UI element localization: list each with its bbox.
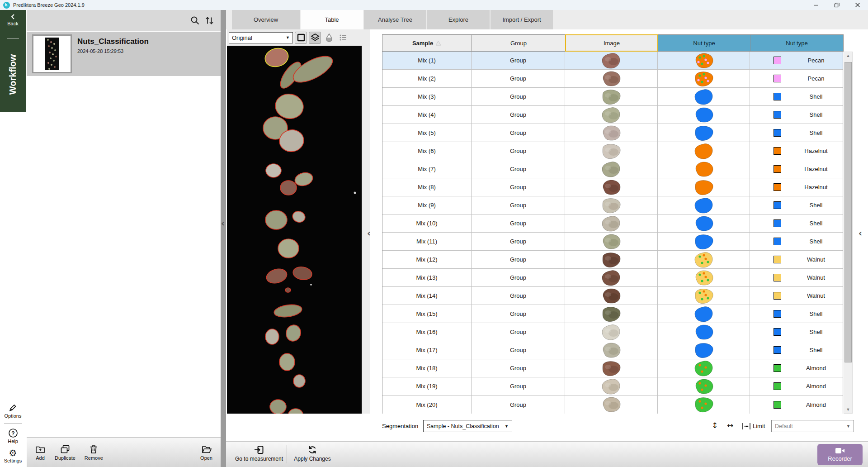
sample-cell[interactable]: Mix (9) <box>382 196 472 214</box>
restore-button[interactable] <box>826 0 847 10</box>
nut-type-cell[interactable]: Pecan <box>750 70 843 88</box>
help-button[interactable]: ? Help <box>8 428 18 444</box>
table-row[interactable]: Mix (7)GroupHazelnut <box>382 160 843 178</box>
image-cell[interactable] <box>565 106 658 124</box>
nut-type-cell[interactable]: Almond <box>750 377 843 396</box>
nut-type-image-cell[interactable] <box>658 142 750 160</box>
tab-import-export[interactable]: Import / Export <box>491 10 553 29</box>
sample-cell[interactable]: Mix (2) <box>382 70 472 88</box>
close-button[interactable] <box>847 0 868 10</box>
tab-explore[interactable]: Explore <box>427 10 490 29</box>
layers-tool-button[interactable] <box>309 32 321 44</box>
sample-cell[interactable]: Mix (19) <box>382 377 472 396</box>
group-cell[interactable]: Group <box>472 106 565 124</box>
nut-type-image-cell[interactable] <box>658 396 750 414</box>
image-cell[interactable] <box>565 52 658 70</box>
group-cell[interactable]: Group <box>472 124 565 142</box>
image-cell[interactable] <box>565 323 658 341</box>
nut-type-image-cell[interactable] <box>658 178 750 196</box>
collapse-right-icon[interactable]: ‹ <box>859 228 862 238</box>
group-cell[interactable]: Group <box>472 160 565 178</box>
duplicate-button[interactable]: Duplicate <box>55 444 75 461</box>
group-cell[interactable]: Group <box>472 377 565 396</box>
column-header-nut-type[interactable]: Nut type <box>750 34 844 52</box>
group-cell[interactable]: Group <box>472 396 565 414</box>
nut-type-cell[interactable]: Shell <box>750 196 843 214</box>
settings-button[interactable]: ⚙ Settings <box>4 448 22 463</box>
image-cell[interactable] <box>565 396 658 414</box>
minimize-button[interactable] <box>806 0 826 10</box>
table-row[interactable]: Mix (8)GroupHazelnut <box>382 178 843 196</box>
nut-type-cell[interactable]: Shell <box>750 233 843 251</box>
sample-cell[interactable]: Mix (7) <box>382 160 472 178</box>
group-cell[interactable]: Group <box>472 287 565 305</box>
table-row[interactable]: Mix (3)GroupShell <box>382 88 843 106</box>
nut-type-cell[interactable]: Walnut <box>750 287 843 305</box>
group-cell[interactable]: Group <box>472 323 565 341</box>
nut-type-image-cell[interactable] <box>658 251 750 269</box>
column-header-group[interactable]: Group <box>472 34 566 52</box>
nut-type-image-cell[interactable] <box>658 341 750 359</box>
tab-overview[interactable]: Overview <box>232 10 300 29</box>
sample-cell[interactable]: Mix (1) <box>382 52 472 70</box>
group-cell[interactable]: Group <box>472 305 565 323</box>
sample-cell[interactable]: Mix (15) <box>382 305 472 323</box>
group-cell[interactable]: Group <box>472 341 565 359</box>
nut-type-image-cell[interactable] <box>658 287 750 305</box>
nut-type-image-cell[interactable] <box>658 359 750 377</box>
nut-type-cell[interactable]: Pecan <box>750 52 843 70</box>
nut-type-image-cell[interactable] <box>658 70 750 88</box>
nut-type-cell[interactable]: Hazelnut <box>750 142 843 160</box>
sample-cell[interactable]: Mix (16) <box>382 323 472 341</box>
limit-select[interactable]: Default ▼ <box>771 420 854 432</box>
table-row[interactable]: Mix (5)GroupShell <box>382 124 843 142</box>
table-scrollbar[interactable]: ▲ ▼ <box>844 52 853 414</box>
segmentation-select[interactable]: Sample - Nuts_Classification ▼ <box>423 420 512 432</box>
nut-type-cell[interactable]: Shell <box>750 124 843 142</box>
tab-table[interactable]: Table <box>301 10 363 29</box>
remove-button[interactable]: Remove <box>85 444 103 461</box>
recorder-button[interactable]: Recorder <box>817 444 863 465</box>
collapse-viewer-icon[interactable]: ‹ <box>367 228 371 238</box>
nut-type-image-cell[interactable] <box>658 377 750 396</box>
image-cell[interactable] <box>565 124 658 142</box>
column-header-sample[interactable]: Sample <box>382 34 472 52</box>
table-row[interactable]: Mix (10)GroupShell <box>382 214 843 233</box>
nut-type-cell[interactable]: Almond <box>750 396 843 414</box>
nut-type-cell[interactable]: Shell <box>750 323 843 341</box>
table-row[interactable]: Mix (17)GroupShell <box>382 341 843 359</box>
back-button[interactable]: Back <box>0 14 26 26</box>
group-cell[interactable]: Group <box>472 269 565 287</box>
group-cell[interactable]: Group <box>472 52 565 70</box>
image-cell[interactable] <box>565 88 658 106</box>
nut-type-cell[interactable]: Walnut <box>750 269 843 287</box>
hyperspectral-image-view[interactable] <box>227 46 362 424</box>
image-cell[interactable] <box>565 214 658 233</box>
image-cell[interactable] <box>565 341 658 359</box>
group-cell[interactable]: Group <box>472 214 565 233</box>
nut-type-image-cell[interactable] <box>658 196 750 214</box>
table-row[interactable]: Mix (19)GroupAlmond <box>382 377 843 396</box>
table-row[interactable]: Mix (9)GroupShell <box>382 196 843 214</box>
sample-cell[interactable]: Mix (5) <box>382 124 472 142</box>
image-cell[interactable] <box>565 359 658 377</box>
group-cell[interactable]: Group <box>472 233 565 251</box>
sort-icon[interactable] <box>204 15 214 25</box>
layer-select[interactable]: Original ▼ <box>229 32 293 43</box>
table-row[interactable]: Mix (11)GroupShell <box>382 233 843 251</box>
search-icon[interactable] <box>190 15 200 25</box>
group-cell[interactable]: Group <box>472 70 565 88</box>
sample-cell[interactable]: Mix (20) <box>382 396 472 414</box>
tab-analyse-tree[interactable]: Analyse Tree <box>364 10 426 29</box>
group-cell[interactable]: Group <box>472 178 565 196</box>
scrollbar-thumb[interactable] <box>844 62 852 362</box>
project-list-item[interactable]: Nuts_Classification 2024-05-28 15:29:53 <box>27 32 221 76</box>
options-button[interactable]: Options <box>5 403 22 419</box>
table-row[interactable]: Mix (20)GroupAlmond <box>382 396 843 414</box>
table-row[interactable]: Mix (1)GroupPecan <box>382 52 843 70</box>
nut-type-image-cell[interactable] <box>658 124 750 142</box>
image-cell[interactable] <box>565 142 658 160</box>
table-row[interactable]: Mix (16)GroupShell <box>382 323 843 341</box>
table-row[interactable]: Mix (14)GroupWalnut <box>382 287 843 305</box>
image-cell[interactable] <box>565 178 658 196</box>
